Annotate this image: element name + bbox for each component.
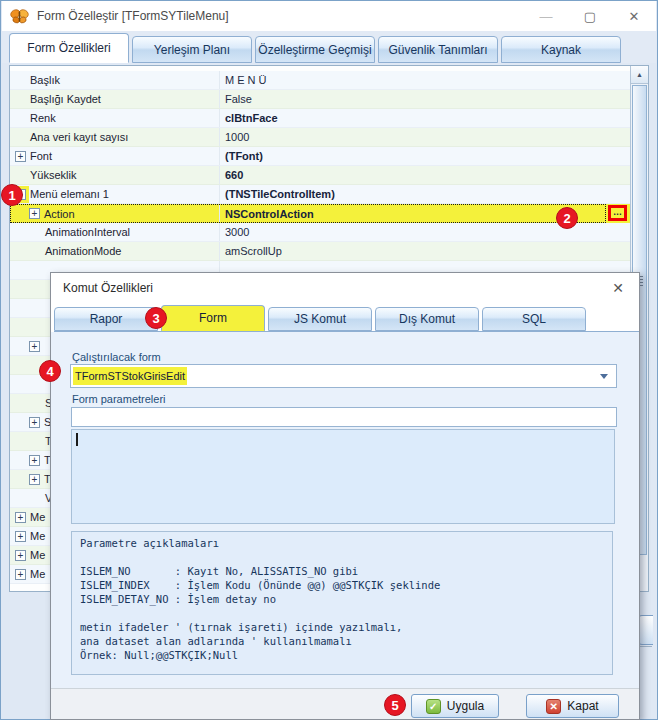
params-edit-area[interactable] (71, 429, 615, 524)
dialog-footer: ✓ Uygula ✕ Kapat (51, 688, 639, 719)
minimize-icon[interactable]: — (524, 1, 568, 31)
property-label: Başlık (30, 74, 60, 86)
property-label-cell: +Font (10, 147, 219, 165)
property-label-cell: Başlık (10, 71, 219, 89)
step-badge-1: 1 (1, 184, 23, 206)
form-params-input[interactable] (71, 407, 617, 427)
parameter-help-text: Parametre açıklamaları ISLEM_NO : Kayıt … (80, 536, 612, 662)
property-row-3[interactable]: Ana veri kayıt sayısı1000 (10, 128, 630, 147)
maximize-icon[interactable]: ▢ (568, 1, 612, 31)
tab-1[interactable]: Yerleşim Planı (132, 36, 252, 63)
property-row-5[interactable]: Yükseklik660 (10, 166, 630, 185)
panel-edge (638, 646, 652, 647)
property-label: AnimationInterval (45, 226, 130, 238)
property-label-cell: Renk (10, 109, 219, 127)
expand-icon[interactable]: + (29, 208, 40, 219)
property-label: AnimationMode (45, 245, 121, 257)
property-row-7[interactable]: +ActionNSControlAction… (10, 204, 630, 223)
property-row-9[interactable]: AnimationModeamScrollUp (10, 242, 630, 261)
property-value: 1000 (219, 128, 630, 146)
property-label: Me (30, 530, 45, 542)
property-label: Me (30, 549, 45, 561)
step-badge-2: 2 (556, 207, 578, 229)
dialog-tab-1[interactable]: Form (161, 305, 265, 331)
expand-icon[interactable]: + (29, 417, 40, 428)
expand-icon[interactable]: + (15, 512, 26, 523)
apply-button-label: Uygula (447, 699, 484, 713)
property-value: 660 (219, 166, 630, 184)
run-form-combobox[interactable]: TFormSTStokGirisEdit (70, 364, 617, 388)
property-value: clBtnFace (219, 109, 630, 127)
dialog-tab-4[interactable]: SQL (482, 307, 586, 331)
expand-icon[interactable]: + (29, 474, 40, 485)
property-label: Yükseklik (30, 169, 76, 181)
property-value: (TFont) (219, 147, 630, 165)
expand-icon[interactable]: + (15, 550, 26, 561)
property-label-cell: AnimationMode (10, 242, 219, 260)
property-row-4[interactable]: +Font(TFont) (10, 147, 630, 166)
apply-button[interactable]: ✓ Uygula (411, 694, 499, 718)
property-label-cell: AnimationInterval (10, 223, 219, 241)
property-value: (TNSTileControlItem) (219, 185, 630, 203)
property-row-0[interactable]: BaşlıkM E N Ü (10, 71, 630, 90)
dialog-tab-3[interactable]: Dış Komut (375, 307, 479, 331)
tab-4[interactable]: Kaynak (501, 36, 621, 63)
property-label-cell: Yükseklik (10, 166, 219, 184)
x-icon: ✕ (546, 699, 561, 714)
scrollbar-up-icon[interactable]: ▲ (631, 66, 648, 84)
property-row-8[interactable]: AnimationInterval3000 (10, 223, 630, 242)
step-badge-4: 4 (39, 360, 61, 382)
main-tabstrip: Form ÖzellikleriYerleşim PlanıÖzelleştir… (2, 31, 656, 63)
property-row-1[interactable]: Başlığı KaydetFalse (10, 90, 630, 109)
property-label: Ana veri kayıt sayısı (30, 131, 128, 143)
step-badge-5: 5 (384, 694, 406, 716)
dialog-close-icon[interactable]: ✕ (607, 277, 629, 299)
dialog-titlebar: Komut Özellikleri ✕ RaporFormJS KomutDış… (51, 273, 639, 332)
property-label-cell: Ana veri kayıt sayısı (10, 128, 219, 146)
property-value: False (219, 90, 630, 108)
check-icon: ✓ (426, 699, 441, 714)
property-label: Menü elemanı 1 (30, 188, 109, 200)
butterfly-logo-icon (10, 7, 29, 26)
property-label-cell: Başlığı Kaydet (10, 90, 219, 108)
run-form-value: TFormSTStokGirisEdit (73, 367, 187, 385)
property-label: Me (30, 568, 45, 580)
property-row-2[interactable]: RenkclBtnFace (10, 109, 630, 128)
dialog-tab-0[interactable]: Rapor (54, 307, 158, 331)
property-label-cell: −Menü elemanı 1 (10, 185, 219, 203)
expand-icon[interactable]: + (15, 569, 26, 580)
partial-button[interactable] (638, 615, 653, 645)
titlebar: Form Özelleştir [TFormSYTileMenu] — ▢ ✕ (2, 1, 656, 31)
ellipsis-button[interactable]: … (608, 205, 627, 221)
property-label: Me (30, 511, 45, 523)
text-caret (76, 433, 78, 446)
parameter-help-box: Parametre açıklamaları ISLEM_NO : Kayıt … (71, 531, 613, 675)
property-label: Renk (30, 112, 56, 124)
expand-icon[interactable]: + (15, 151, 26, 162)
property-value: M E N Ü (219, 71, 630, 89)
tab-0[interactable]: Form Özellikleri (9, 33, 129, 63)
property-label: Başlığı Kaydet (30, 93, 101, 105)
dialog-tab-2[interactable]: JS Komut (268, 307, 372, 331)
window-title: Form Özelleştir [TFormSYTileMenu] (37, 9, 229, 23)
form-params-label: Form parametreleri (72, 393, 166, 405)
expand-icon[interactable]: + (15, 531, 26, 542)
close-icon[interactable]: ✕ (612, 1, 656, 31)
expand-icon[interactable]: + (29, 341, 40, 352)
property-label: Action (44, 208, 75, 220)
chevron-down-icon[interactable] (600, 374, 608, 379)
property-value: amScrollUp (219, 242, 630, 260)
tab-2[interactable]: Özelleştirme Geçmişi (255, 36, 375, 63)
property-label-cell: +Action (10, 204, 219, 223)
dialog-title: Komut Özellikleri (63, 281, 153, 295)
property-row-6[interactable]: −Menü elemanı 1(TNSTileControlItem) (10, 185, 630, 204)
command-properties-dialog: Komut Özellikleri ✕ RaporFormJS KomutDış… (50, 272, 640, 720)
tab-3[interactable]: Güvenlik Tanımları (378, 36, 498, 63)
close-button[interactable]: ✕ Kapat (526, 694, 619, 718)
run-form-label: Çalıştırılacak form (72, 351, 161, 363)
expand-icon[interactable]: + (29, 455, 40, 466)
close-button-label: Kapat (567, 699, 598, 713)
step-badge-3: 3 (145, 307, 167, 329)
property-label: Font (30, 150, 52, 162)
dialog-tabstrip: RaporFormJS KomutDış KomutSQL (54, 304, 639, 332)
